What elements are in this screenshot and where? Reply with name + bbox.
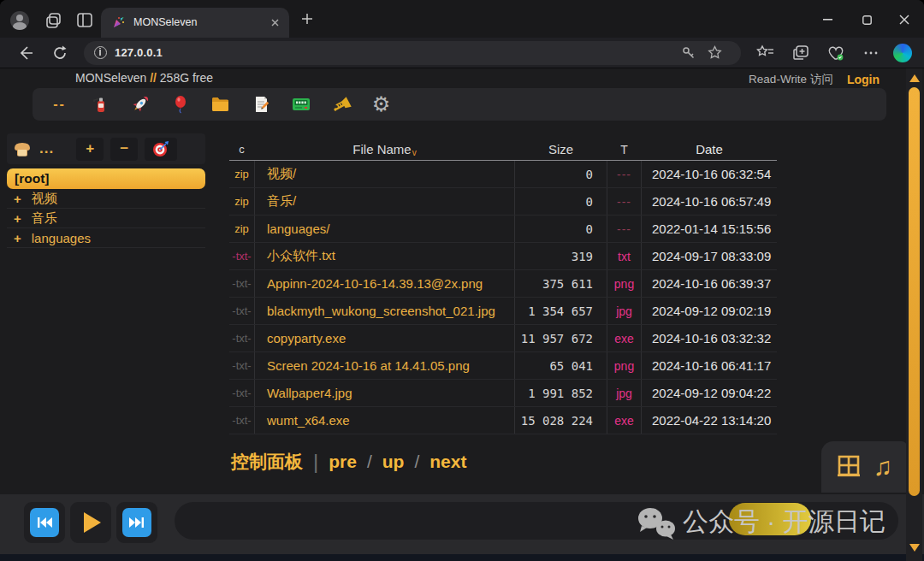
console-icon[interactable] xyxy=(281,90,321,119)
close-tab-icon[interactable] xyxy=(270,17,281,28)
file-view-link[interactable]: -txt- xyxy=(229,325,255,351)
folder-icon[interactable] xyxy=(200,90,240,119)
music-note-icon[interactable]: ♫ xyxy=(874,454,893,480)
file-view-link[interactable]: -txt- xyxy=(229,407,255,434)
file-name-link[interactable]: copyparty.exe xyxy=(255,325,515,351)
file-row: -txt-blackmyth_wukong_screenshot_021.jpg… xyxy=(229,298,777,325)
page-scrollbar[interactable] xyxy=(906,68,922,561)
collections-icon[interactable] xyxy=(792,44,809,62)
login-link[interactable]: Login xyxy=(847,73,880,86)
more-icon[interactable] xyxy=(862,44,880,62)
file-size: 0 xyxy=(515,161,607,187)
minimize-icon[interactable] xyxy=(813,10,842,29)
file-view-link[interactable]: -txt- xyxy=(229,380,255,406)
trumpet-icon[interactable] xyxy=(321,90,361,119)
reload-icon[interactable] xyxy=(51,44,68,62)
file-type: --- xyxy=(607,161,642,187)
file-view-link[interactable]: zip xyxy=(229,161,255,187)
star-icon[interactable] xyxy=(708,45,722,60)
tree-item-label: 音乐 xyxy=(32,210,57,227)
tree-expander[interactable]: + xyxy=(14,211,21,226)
fire-extinguisher-icon[interactable] xyxy=(80,90,120,119)
profile-avatar[interactable] xyxy=(10,11,29,30)
workspaces-icon[interactable] xyxy=(44,12,63,29)
file-date: 2024-09-17 08:33:09 xyxy=(642,243,777,269)
tree-root-selected[interactable]: [root] xyxy=(7,168,205,189)
header-size[interactable]: Size xyxy=(515,139,607,160)
file-row: ziplanguages/0---2022-01-14 15:15:56 xyxy=(229,216,777,243)
media-player-bar: 公众号 · 开源日记 xyxy=(0,494,924,554)
site-title[interactable]: MONSeleven xyxy=(75,71,146,85)
file-view-link[interactable]: -txt- xyxy=(229,352,255,379)
scrollbar-thumb[interactable] xyxy=(909,87,920,496)
file-name-link[interactable]: Screen 2024-10-16 at 14.41.05.png xyxy=(255,352,515,379)
file-view-link[interactable]: -txt- xyxy=(229,270,255,297)
file-view-link[interactable]: zip xyxy=(229,216,255,242)
gear-icon[interactable]: ⚙ xyxy=(361,90,401,119)
info-icon[interactable] xyxy=(94,46,107,59)
tree-expander[interactable]: + xyxy=(14,192,21,206)
rocket-icon[interactable] xyxy=(120,90,160,119)
sidebar-tree-item[interactable]: +languages xyxy=(7,228,205,248)
url-bar[interactable]: 127.0.0.1 xyxy=(84,41,741,65)
next-page-link[interactable]: next xyxy=(429,452,466,472)
sidebar-tree-item[interactable]: +视频 xyxy=(7,189,205,209)
close-window-icon[interactable] xyxy=(890,10,919,29)
memo-icon[interactable] xyxy=(240,90,281,119)
file-row: -txt-copyparty.exe11 957 672exe2024-10-1… xyxy=(229,325,777,352)
file-view-link[interactable]: -txt- xyxy=(229,298,255,324)
maximize-icon[interactable] xyxy=(852,10,881,29)
grid-view-icon[interactable] xyxy=(836,454,862,480)
dart-target-icon[interactable] xyxy=(145,138,177,161)
toggle-dashes-button[interactable]: -- xyxy=(39,90,80,119)
file-view-link[interactable]: zip xyxy=(229,188,255,215)
header-file-name[interactable]: File Namev xyxy=(255,139,515,160)
scroll-down-arrow-icon[interactable] xyxy=(909,544,920,552)
bottom-edge-strip xyxy=(0,554,924,561)
play-button[interactable] xyxy=(70,502,111,543)
file-name-link[interactable]: languages/ xyxy=(255,216,515,242)
balloon-icon[interactable] xyxy=(160,90,200,119)
copilot-icon[interactable] xyxy=(893,44,912,62)
up-dir-link[interactable]: up xyxy=(382,452,405,472)
header-c[interactable]: c xyxy=(229,139,255,160)
file-name-link[interactable]: 视频/ xyxy=(255,161,515,187)
prev-page-link[interactable]: pre xyxy=(329,452,357,472)
new-tab-icon[interactable] xyxy=(301,13,313,25)
previous-track-button[interactable] xyxy=(24,502,65,543)
key-icon[interactable] xyxy=(681,45,696,61)
file-size: 11 957 672 xyxy=(515,325,607,351)
tree-expander[interactable]: + xyxy=(14,231,21,245)
file-name-link[interactable]: 小众软件.txt xyxy=(255,243,515,269)
path-separator: // xyxy=(150,71,157,85)
vertical-tabs-icon[interactable] xyxy=(75,12,94,29)
header-date[interactable]: Date xyxy=(642,139,777,160)
file-row: -txt-Wallpaper4.jpg1 991 852jpg2024-09-1… xyxy=(229,380,777,407)
url-text[interactable]: 127.0.0.1 xyxy=(115,46,163,59)
bread-icon[interactable] xyxy=(12,139,33,158)
favorites-bar-icon[interactable] xyxy=(756,44,773,62)
file-name-link[interactable]: wumt_x64.exe xyxy=(255,407,515,434)
action-toolbar: -- ⚙ xyxy=(33,88,886,121)
next-track-button[interactable] xyxy=(116,502,157,543)
parent-dir-link[interactable]: ... xyxy=(39,140,54,157)
file-date: 2024-10-16 06:39:37 xyxy=(642,270,777,297)
control-panel-link[interactable]: 控制面板 xyxy=(231,450,303,474)
file-name-link[interactable]: Wallpaper4.jpg xyxy=(255,380,515,406)
sidebar-tree-item[interactable]: +音乐 xyxy=(7,209,205,228)
file-view-link[interactable]: -txt- xyxy=(229,243,255,269)
tree-expand-button[interactable]: + xyxy=(76,138,104,161)
watermark-text: 公众号 · 开源日记 xyxy=(683,505,886,540)
file-name-link[interactable]: blackmyth_wukong_screenshot_021.jpg xyxy=(255,298,515,324)
free-space: 258G free xyxy=(160,71,213,85)
file-name-link[interactable]: 音乐/ xyxy=(255,188,515,215)
browser-tab[interactable]: MONSeleven xyxy=(101,8,289,38)
file-name-link[interactable]: Appinn-2024-10-16-14.39.13@2x.png xyxy=(255,270,515,297)
header-type[interactable]: T xyxy=(607,139,642,160)
tree-collapse-button[interactable]: − xyxy=(110,138,138,161)
essentials-icon[interactable] xyxy=(826,44,844,62)
file-type: --- xyxy=(607,216,642,242)
scroll-up-arrow-icon[interactable] xyxy=(909,74,920,82)
back-icon[interactable] xyxy=(17,44,34,62)
tab-title: MONSeleven xyxy=(133,16,197,28)
